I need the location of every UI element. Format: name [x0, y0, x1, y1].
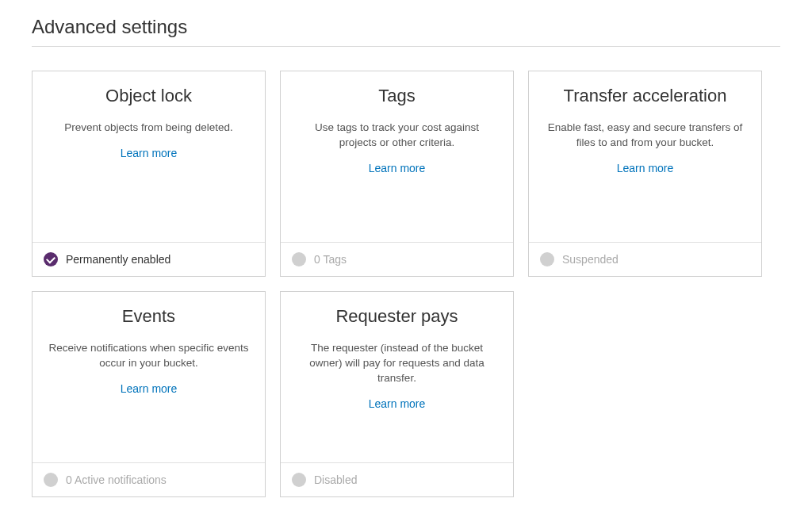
card-footer: 0 Tags [281, 242, 513, 276]
card-tags[interactable]: Tags Use tags to track your cost against… [280, 71, 514, 277]
status-dot-icon [292, 473, 306, 487]
card-footer: Disabled [281, 462, 513, 496]
card-body: Transfer acceleration Enable fast, easy … [529, 71, 761, 242]
card-footer: 0 Active notifications [33, 462, 265, 496]
card-body: Tags Use tags to track your cost against… [281, 71, 513, 242]
card-title: Tags [378, 86, 415, 106]
status-dot-icon [292, 252, 306, 266]
cards-grid: Object lock Prevent objects from being d… [32, 71, 780, 497]
card-description: Prevent objects from being deleted. [64, 121, 232, 136]
learn-more-link[interactable]: Learn more [121, 382, 178, 395]
check-circle-icon [44, 252, 58, 266]
card-title: Object lock [105, 86, 192, 106]
card-body: Events Receive notifications when specif… [33, 292, 265, 462]
card-footer: Permanently enabled [33, 242, 265, 276]
card-object-lock[interactable]: Object lock Prevent objects from being d… [32, 71, 266, 277]
section-title: Advanced settings [32, 16, 780, 47]
status-text: 0 Active notifications [66, 473, 167, 486]
card-events[interactable]: Events Receive notifications when specif… [32, 291, 266, 497]
learn-more-link[interactable]: Learn more [369, 397, 426, 410]
learn-more-link[interactable]: Learn more [121, 147, 178, 159]
card-title: Transfer acceleration [564, 86, 727, 106]
card-title: Requester pays [335, 306, 458, 327]
learn-more-link[interactable]: Learn more [617, 162, 674, 174]
status-text: Disabled [314, 473, 357, 486]
card-transfer-acceleration[interactable]: Transfer acceleration Enable fast, easy … [528, 71, 762, 277]
card-description: The requester (instead of the bucket own… [297, 341, 497, 386]
card-footer: Suspended [529, 242, 761, 276]
status-dot-icon [540, 252, 554, 266]
learn-more-link[interactable]: Learn more [369, 162, 426, 174]
card-body: Object lock Prevent objects from being d… [33, 71, 265, 242]
card-body: Requester pays The requester (instead of… [281, 292, 513, 462]
status-text: Suspended [562, 253, 619, 266]
card-title: Events [122, 306, 175, 327]
status-dot-icon [44, 473, 58, 487]
card-requester-pays[interactable]: Requester pays The requester (instead of… [280, 291, 514, 497]
card-description: Enable fast, easy and secure transfers o… [545, 121, 745, 151]
status-text: Permanently enabled [66, 253, 170, 266]
status-text: 0 Tags [314, 253, 347, 266]
card-description: Receive notifications when specific even… [48, 341, 249, 371]
card-description: Use tags to track your cost against proj… [297, 121, 497, 151]
